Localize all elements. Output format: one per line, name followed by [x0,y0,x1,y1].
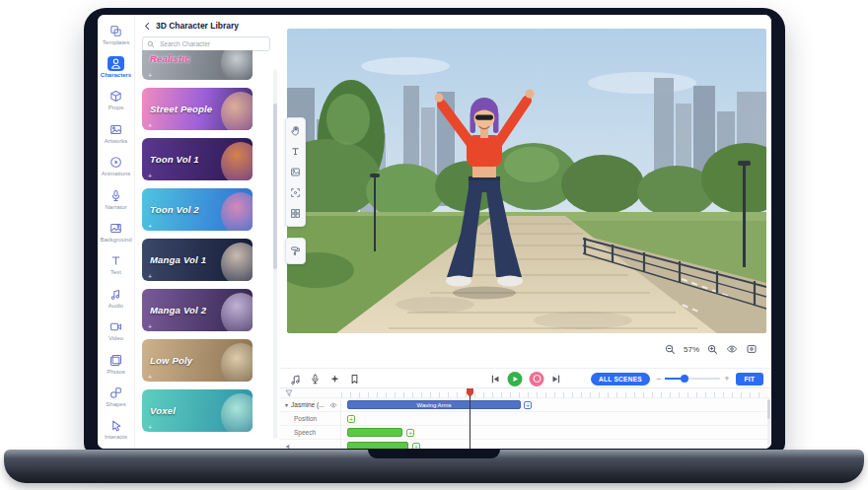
speaker-icon [285,443,293,449]
interacts-icon [108,418,124,433]
sidebar-item-label: Props [108,105,124,110]
sidebar-item-characters[interactable]: Characters [98,50,134,83]
category-card-low-poly[interactable]: Low Poly [142,339,253,382]
image-tool-button[interactable] [287,162,304,182]
snapshot-button[interactable] [746,343,758,355]
grid-tool-button[interactable] [287,203,304,224]
slider-minus-button[interactable]: − [656,375,661,384]
sidebar-item-interacts[interactable]: Interacts [98,413,134,446]
sidebar-item-narrator[interactable]: Narrator [98,182,134,215]
zoom-in-button[interactable] [707,344,718,355]
sidebar-item-label: Templates [103,39,129,45]
playback-bar: ALL SCENES − + FIT [280,368,771,388]
sidebar-item-video[interactable]: Video [98,315,134,347]
record-ring-icon [533,375,541,383]
category-label: Manga Vol 1 [150,254,206,265]
search-icon [147,40,155,48]
zoom-out-button[interactable] [665,344,676,355]
back-chevron-icon[interactable] [143,22,152,31]
slider-plus-button[interactable]: + [724,375,729,384]
search-input[interactable] [158,39,265,48]
sidebar-item-photos[interactable]: Photos [98,347,134,380]
templates-icon [108,24,124,38]
category-card-realistic[interactable]: Realistic [142,50,253,80]
track-lane[interactable]: Waving Arms [341,398,771,411]
add-position-button[interactable] [347,415,355,423]
sidebar-item-templates[interactable]: Templates [98,18,134,50]
audio-clip[interactable] [347,442,408,449]
background-icon [108,221,124,236]
timeline-scrollbar[interactable] [767,399,770,447]
skip-forward-button[interactable] [551,374,562,385]
search-box[interactable] [142,36,270,51]
sidebar-item-props[interactable]: Props [98,84,134,116]
add-audio-button[interactable] [412,443,420,450]
slider-track[interactable] [665,378,720,380]
slider-knob[interactable] [681,375,688,383]
audio-icon [108,287,124,302]
pan-tool-button[interactable] [287,120,304,141]
track-name: Speech [294,429,316,436]
panel-scrollbar[interactable] [273,70,277,439]
track-lane[interactable] [341,426,771,439]
track-row-audio [280,440,771,449]
fit-button[interactable]: FIT [736,373,764,385]
canvas-stage[interactable] [287,29,766,333]
characters-icon [108,56,124,71]
category-label: Voxel [150,405,176,416]
play-button[interactable] [508,372,523,386]
sidebar-item-background[interactable]: Background [98,215,134,247]
panel-header: 3D Character Library [135,15,280,33]
music-button[interactable] [290,374,301,385]
sidebar-item-label: Animations [102,171,131,176]
sidebar-item-label: Video [108,335,123,341]
zoom-level: 57% [684,345,699,354]
frame-icon [290,187,301,198]
sidebar-item-label: Audio [108,303,123,309]
canvas-scene [287,29,766,333]
frame-tool-button[interactable] [287,182,304,203]
record-button[interactable] [530,372,544,386]
panel-scrollbar-thumb[interactable] [273,104,277,269]
category-card-street-people[interactable]: Street People [142,88,253,130]
track-header [280,440,341,449]
sidebar-item-text[interactable]: Text [98,248,134,281]
sidebar-item-label: Text [110,269,121,275]
track-header[interactable]: ▾ Jasmine (... [280,398,341,411]
text-tool-button[interactable] [287,141,304,162]
effects-sparkle-button[interactable] [329,374,340,385]
timeline-scrollbar-thumb[interactable] [767,399,770,419]
preview-eye-button[interactable] [726,343,738,355]
bookmark-button[interactable] [349,374,360,385]
track-lane[interactable] [341,412,771,425]
category-card-manga-vol-1[interactable]: Manga Vol 1 [142,239,253,281]
track-row-speech: Speech [280,426,771,440]
paint-roller-icon [290,245,301,256]
mic-button[interactable] [310,374,321,385]
category-card-toon-vol-2[interactable]: Toon Vol 2 [142,188,253,231]
shapes-icon [108,385,124,400]
visibility-eye-icon[interactable] [329,401,337,409]
add-speech-button[interactable] [406,429,414,437]
speech-clip[interactable] [347,428,402,437]
filter-funnel-icon[interactable] [285,389,293,397]
animation-clip[interactable]: Waving Arms [347,400,521,409]
all-scenes-button[interactable]: ALL SCENES [591,373,650,385]
sidebar-item-animations[interactable]: Animations [98,150,134,182]
media-shortcuts [290,369,360,388]
category-card-voxel[interactable]: Voxel [142,389,253,432]
add-animation-button[interactable] [524,401,532,409]
track-lane[interactable] [341,440,771,449]
category-card-toon-vol-1[interactable]: Toon Vol 1 [142,138,253,180]
sidebar-item-audio[interactable]: Audio [98,281,134,314]
laptop-screen: Templates Characters Props Artworks Anim… [84,8,785,454]
sidebar-item-artworks[interactable]: Artworks [98,116,134,149]
sidebar-item-shapes[interactable]: Shapes [98,380,134,412]
chevron-down-icon[interactable]: ▾ [285,402,288,408]
canvas-toolbar [285,117,306,227]
paint-tool-button[interactable] [287,241,304,261]
skip-back-button[interactable] [490,374,501,385]
sidebar-item-label: Narrator [105,204,126,210]
category-card-manga-vol-2[interactable]: Manga Vol 2 [142,289,253,331]
timeline-ruler[interactable] [280,388,771,398]
